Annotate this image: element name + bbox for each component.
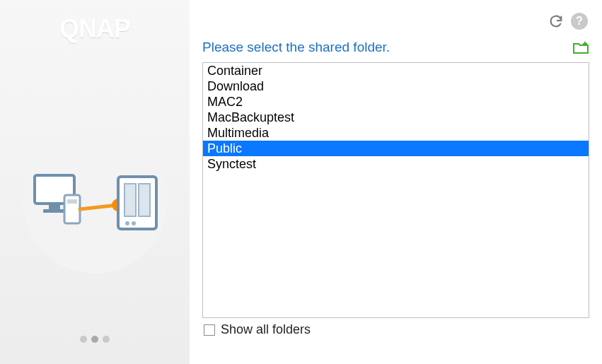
folder-item[interactable]: MacBackuptest <box>203 110 589 125</box>
step-dot-1[interactable] <box>80 336 87 343</box>
shared-folder-list[interactable]: ContainerDownloadMAC2MacBackuptestMultim… <box>202 62 589 318</box>
step-dot-2[interactable] <box>91 336 98 343</box>
wizard-step-indicator <box>80 336 110 343</box>
step-dot-3[interactable] <box>103 336 110 343</box>
refresh-icon[interactable] <box>548 13 564 29</box>
sync-illustration <box>23 129 168 274</box>
svg-rect-9 <box>139 184 150 216</box>
folder-item[interactable]: Container <box>203 63 589 78</box>
new-folder-icon[interactable] <box>572 40 589 55</box>
pc-to-nas-icon <box>28 163 162 240</box>
folder-item[interactable]: Download <box>203 78 589 94</box>
svg-rect-1 <box>49 205 60 209</box>
help-icon[interactable]: ? <box>571 13 588 30</box>
folder-item[interactable]: Synctest <box>203 156 589 172</box>
svg-rect-8 <box>125 184 136 216</box>
left-sidebar: QNAP <box>0 0 190 364</box>
main-content: ? Please select the shared folder. Conta… <box>190 0 602 364</box>
folder-item[interactable]: MAC2 <box>203 94 589 110</box>
folder-item[interactable]: Public <box>203 141 589 156</box>
instruction-text: Please select the shared folder. <box>202 40 390 55</box>
svg-point-11 <box>132 221 136 225</box>
show-all-folders-label: Show all folders <box>221 322 311 337</box>
folder-item[interactable]: Multimedia <box>203 125 589 141</box>
brand-logo: QNAP <box>59 14 130 44</box>
show-all-folders-checkbox[interactable] <box>204 324 215 336</box>
svg-point-10 <box>125 221 129 225</box>
svg-rect-2 <box>43 209 66 213</box>
svg-rect-4 <box>67 199 77 204</box>
